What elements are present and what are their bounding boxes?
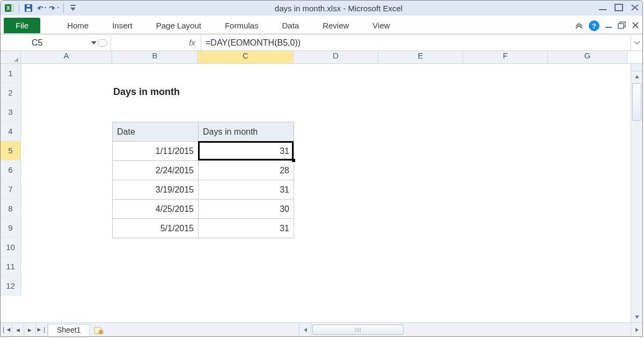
minimize-icon[interactable] xyxy=(598,4,607,12)
tab-nav-next-icon[interactable]: ► xyxy=(24,323,36,336)
svg-text:X: X xyxy=(6,5,10,11)
workbook-minimize-icon[interactable] xyxy=(605,21,612,30)
save-icon[interactable] xyxy=(23,2,34,14)
sheet-tab[interactable]: Sheet1 xyxy=(48,324,90,336)
row-header-2[interactable]: 2 xyxy=(1,83,21,102)
col-header-A[interactable]: A xyxy=(21,51,112,63)
column-headers: A B C D E F G xyxy=(1,51,642,64)
cell-C8[interactable]: 30 xyxy=(198,199,294,219)
scroll-left-icon[interactable] xyxy=(299,323,311,336)
fill-handle[interactable] xyxy=(292,159,295,162)
tab-nav-prev-icon[interactable]: ◄ xyxy=(12,323,24,336)
workbook-restore-icon[interactable] xyxy=(618,21,626,31)
row-header-4[interactable]: 4 xyxy=(1,122,21,141)
cell-B9[interactable]: 5/1/2015 xyxy=(112,218,199,238)
excel-app-icon[interactable]: X xyxy=(4,2,16,14)
chevron-down-icon[interactable] xyxy=(91,41,97,45)
vertical-scrollbar[interactable] xyxy=(631,64,642,322)
col-header-D[interactable]: D xyxy=(294,51,378,63)
cell-B6[interactable]: 2/24/2015 xyxy=(112,160,199,180)
tab-review[interactable]: Review xyxy=(311,18,361,33)
name-box[interactable]: C5 xyxy=(1,35,111,50)
tab-page-layout[interactable]: Page Layout xyxy=(144,18,213,33)
formula-bar: C5 fx =DAY(EOMONTH(B5,0)) xyxy=(1,35,642,51)
cell-C6[interactable]: 28 xyxy=(198,160,294,180)
maximize-icon[interactable] xyxy=(614,4,623,13)
svg-rect-2 xyxy=(11,5,14,11)
row-header-11[interactable]: 11 xyxy=(1,257,21,276)
row-header-1[interactable]: 1 xyxy=(1,64,21,83)
row-header-6[interactable]: 6 xyxy=(1,160,21,180)
vscroll-thumb[interactable] xyxy=(632,83,641,121)
title-bar: X days in month.xlsx - Microsoft Excel xyxy=(1,1,642,16)
cell-C9[interactable]: 31 xyxy=(198,218,294,238)
formula-input[interactable]: =DAY(EOMONTH(B5,0)) xyxy=(201,35,631,50)
row-header-12[interactable]: 12 xyxy=(1,276,21,296)
col-header-B[interactable]: B xyxy=(112,51,198,63)
new-sheet-icon[interactable] xyxy=(92,323,106,336)
col-header-E[interactable]: E xyxy=(378,51,463,63)
svg-rect-9 xyxy=(605,27,612,28)
ribbon: File Home Insert Page Layout Formulas Da… xyxy=(1,16,642,34)
col-header-G[interactable]: G xyxy=(548,51,627,63)
section-title: Days in month xyxy=(113,86,180,98)
svg-rect-6 xyxy=(70,5,76,6)
cell-B7[interactable]: 3/19/2015 xyxy=(112,180,199,200)
redo-button[interactable] xyxy=(48,2,60,14)
svg-rect-5 xyxy=(27,5,30,7)
table-header-date[interactable]: Date xyxy=(112,122,199,142)
row-header-3[interactable]: 3 xyxy=(1,102,21,122)
cell-B8[interactable]: 4/25/2015 xyxy=(112,199,199,219)
tab-home[interactable]: Home xyxy=(55,18,100,33)
svg-rect-8 xyxy=(615,4,623,11)
svg-rect-11 xyxy=(618,24,624,28)
scroll-right-icon[interactable] xyxy=(631,323,642,336)
tab-data[interactable]: Data xyxy=(270,18,311,33)
cell-grid[interactable]: Days in month Date Days in month 1/11/20… xyxy=(21,64,642,322)
tab-view[interactable]: View xyxy=(361,18,401,33)
formula-bar-expand-icon[interactable] xyxy=(631,35,642,50)
select-all-button[interactable] xyxy=(1,51,21,63)
fx-label[interactable]: fx xyxy=(111,35,201,50)
close-icon[interactable] xyxy=(631,4,639,13)
tab-nav-first-icon[interactable]: ❘◄ xyxy=(1,323,12,336)
window-title: days in month.xlsx - Microsoft Excel xyxy=(79,4,598,13)
name-box-expand[interactable] xyxy=(98,39,107,47)
row-header-5[interactable]: 5 xyxy=(1,141,21,160)
sheet-tab-bar: ❘◄ ◄ ► ►❘ Sheet1 xyxy=(1,322,642,336)
undo-button[interactable] xyxy=(35,2,47,14)
workbook-close-icon[interactable] xyxy=(632,21,639,31)
name-box-value: C5 xyxy=(32,38,42,48)
hscroll-thumb[interactable] xyxy=(312,325,404,335)
ribbon-minimize-icon[interactable] xyxy=(575,21,583,30)
separator xyxy=(19,3,19,13)
svg-rect-4 xyxy=(26,9,31,11)
cell-B5[interactable]: 1/11/2015 xyxy=(112,141,199,161)
split-box[interactable] xyxy=(631,64,642,71)
cell-C5[interactable]: 31 xyxy=(198,141,294,161)
table-header-days[interactable]: Days in month xyxy=(198,122,294,142)
col-header-F[interactable]: F xyxy=(463,51,548,63)
qat-customize-icon[interactable] xyxy=(67,2,79,14)
scroll-up-icon[interactable] xyxy=(631,71,642,82)
col-header-C[interactable]: C xyxy=(198,51,294,63)
row-header-9[interactable]: 9 xyxy=(1,218,21,238)
svg-rect-7 xyxy=(599,9,606,10)
help-icon[interactable]: ? xyxy=(589,20,599,31)
scroll-down-icon[interactable] xyxy=(631,312,642,322)
row-header-7[interactable]: 7 xyxy=(1,180,21,199)
row-header-8[interactable]: 8 xyxy=(1,199,21,218)
separator xyxy=(63,3,64,13)
cell-C7[interactable]: 31 xyxy=(198,180,294,200)
row-headers: 1 2 3 4 5 6 7 8 9 10 11 12 xyxy=(1,64,21,322)
row-header-10[interactable]: 10 xyxy=(1,238,21,257)
tab-nav-last-icon[interactable]: ►❘ xyxy=(36,323,48,336)
tab-formulas[interactable]: Formulas xyxy=(213,18,270,33)
horizontal-scrollbar[interactable] xyxy=(299,323,642,336)
tab-file[interactable]: File xyxy=(4,18,40,33)
tab-insert[interactable]: Insert xyxy=(100,18,144,33)
